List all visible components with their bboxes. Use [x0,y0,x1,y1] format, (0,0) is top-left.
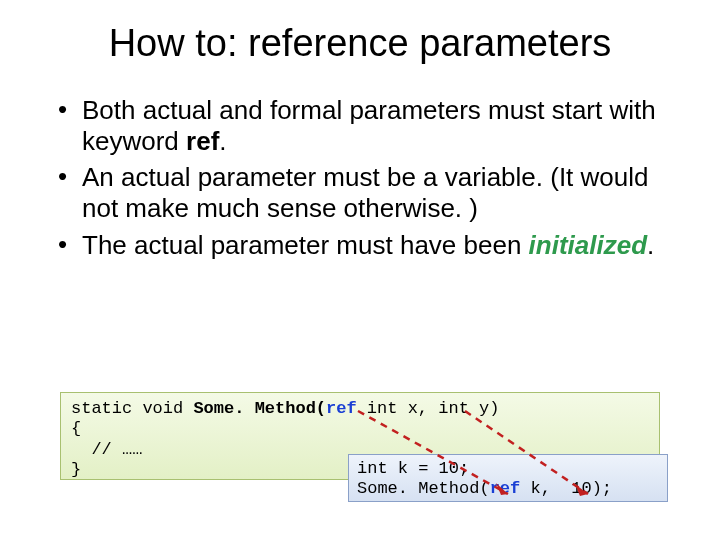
bullet-list: Both actual and formal parameters must s… [0,95,720,260]
code-text: static void [71,399,193,418]
code-snippet-call: int k = 10; Some. Method(ref k, 10); [348,454,668,502]
bullet-text: Both actual and formal parameters must s… [82,95,656,156]
keyword-initialized: initialized [529,230,647,260]
bullet-text: An actual parameter must be a variable. … [82,162,649,223]
keyword-ref: ref [186,126,219,156]
code-text: Some. Method( [193,399,326,418]
bullet-text: . [647,230,654,260]
code-text: int k = 10; [357,459,469,478]
keyword-ref: ref [326,399,357,418]
code-text: int x, int y) [357,399,500,418]
code-text: k, 10); [520,479,612,498]
bullet-item: The actual parameter must have been init… [58,230,682,261]
keyword-ref: ref [490,479,521,498]
code-text: } [71,460,81,479]
code-text: Some. Method( [357,479,490,498]
bullet-text: The actual parameter must have been [82,230,529,260]
code-text: // …… [71,440,142,459]
slide-title: How to: reference parameters [0,0,720,95]
bullet-item: An actual parameter must be a variable. … [58,162,682,223]
bullet-text: . [219,126,226,156]
code-text: { [71,419,81,438]
bullet-item: Both actual and formal parameters must s… [58,95,682,156]
